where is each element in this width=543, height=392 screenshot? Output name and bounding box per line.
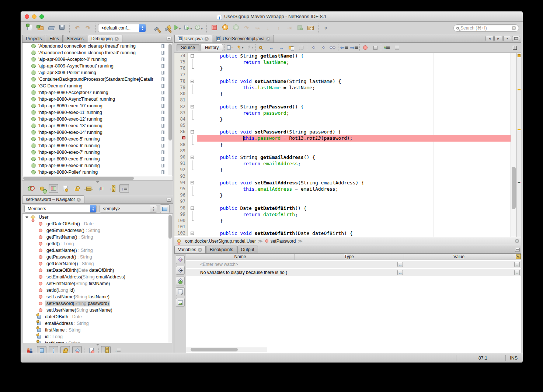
- line-number[interactable]: 102: [174, 230, 188, 236]
- fold-collapse-icon[interactable]: [191, 80, 194, 83]
- editor-tab-userserviceimpl-java[interactable]: UserServiceImpl.java✕: [213, 35, 274, 42]
- fold-margin[interactable]: [188, 104, 197, 110]
- thread-row[interactable]: 'http-apr-8080-exec-10' running: [22, 103, 173, 109]
- thread-row[interactable]: 'GC Daemon' running: [22, 83, 173, 89]
- fold-margin[interactable]: [188, 97, 197, 103]
- navigator-tab[interactable]: setPassword – Navigator ✕: [22, 195, 84, 203]
- pause-thread-icon[interactable]: [161, 131, 164, 134]
- minimize-panel-icon[interactable]: [515, 248, 520, 252]
- line-number[interactable]: 99: [174, 211, 188, 218]
- minimize-panel-icon[interactable]: [167, 198, 171, 202]
- pause-thread-icon[interactable]: [161, 44, 164, 48]
- variables-hscrollbar[interactable]: [186, 347, 521, 352]
- profile-project-button[interactable]: ▾: [194, 23, 204, 33]
- fold-collapse-icon[interactable]: [191, 181, 194, 184]
- show-deadlocks-button[interactable]: [25, 184, 35, 193]
- line-number[interactable]: 82: [174, 104, 188, 110]
- watch-name[interactable]: <Enter new watch>: [186, 262, 238, 267]
- member-item[interactable]: getDateOfBirth() : Date: [22, 221, 173, 227]
- toolbar-overflow-button[interactable]: »: [321, 23, 331, 33]
- save-all-button[interactable]: [57, 23, 67, 33]
- next-usage-button[interactable]: ↓: [318, 44, 327, 52]
- member-item[interactable]: setPassword(String password): [22, 300, 173, 307]
- pause-thread-icon[interactable]: [161, 111, 164, 114]
- show-system-threads-button[interactable]: [37, 184, 46, 193]
- new-project-button[interactable]: [35, 23, 45, 33]
- finish-debugger-session-button[interactable]: [209, 23, 219, 33]
- fold-margin[interactable]: [188, 59, 197, 65]
- warnings-indicator[interactable]: [518, 54, 521, 57]
- close-icon[interactable]: ✕: [198, 248, 202, 252]
- fold-margin[interactable]: [188, 142, 197, 148]
- fold-margin[interactable]: [188, 129, 197, 135]
- member-item[interactable]: getId() : Long: [22, 240, 173, 247]
- search-input[interactable]: Search (⌘+I)✕: [453, 24, 519, 32]
- fold-collapse-icon[interactable]: [191, 105, 194, 108]
- close-icon[interactable]: ✕: [515, 239, 519, 243]
- pause-thread-icon[interactable]: [161, 77, 164, 81]
- pause-thread-icon[interactable]: [161, 91, 164, 94]
- thread-row[interactable]: 'http-apr-8080-exec-6' running: [22, 142, 173, 149]
- thread-row[interactable]: 'ajp-apr-8009-Poller' running: [22, 69, 173, 76]
- find-next-occurrence-button[interactable]: →: [277, 44, 286, 52]
- shift-line-left-button[interactable]: ⇐: [340, 44, 348, 52]
- show-evaluation-result-button[interactable]: [176, 255, 185, 264]
- fold-margin[interactable]: [188, 167, 197, 173]
- title-bar[interactable]: jUserSignup Maven Webapp - NetBeans IDE …: [21, 11, 523, 22]
- expander-icon[interactable]: [25, 216, 28, 218]
- new-watch-button[interactable]: [176, 277, 185, 285]
- line-number[interactable]: 94: [174, 180, 188, 186]
- fold-margin[interactable]: [188, 91, 197, 97]
- editor-tab-user-java[interactable]: User.java✕: [174, 35, 212, 42]
- apply-code-changes-button[interactable]: [295, 23, 305, 33]
- close-icon[interactable]: ✕: [266, 37, 270, 41]
- scroll-tabs-right-button[interactable]: ▶: [494, 36, 502, 41]
- thread-row[interactable]: 'http-apr-8080-exec-13' running: [22, 122, 173, 129]
- breakpoint-icon[interactable]: [182, 136, 185, 139]
- continue-button[interactable]: [231, 23, 241, 33]
- stop-macro-recording-button[interactable]: [371, 44, 380, 52]
- sort-by-suspended-state-button[interactable]: ↓: [96, 184, 105, 193]
- show-watches-button[interactable]: [176, 266, 185, 275]
- code-editor[interactable]: 74 public String getLastName() {75 retur…: [174, 53, 511, 237]
- debug-project-button[interactable]: ▾: [183, 23, 193, 33]
- member-item[interactable]: setUserName(String userName): [22, 307, 173, 313]
- scroll-tabs-left-button[interactable]: ◀: [485, 36, 494, 41]
- member-item[interactable]: id : Long: [22, 333, 173, 340]
- fold-margin[interactable]: [188, 224, 197, 230]
- line-number[interactable]: 79: [174, 84, 188, 91]
- thread-row[interactable]: 'http-apr-8080-AsyncTimeout' running: [22, 96, 173, 103]
- clean-and-build-project-button[interactable]: [162, 23, 172, 33]
- fold-collapse-icon[interactable]: [191, 232, 194, 235]
- tab-projects[interactable]: Projects: [22, 35, 45, 42]
- close-icon[interactable]: ✕: [205, 37, 209, 41]
- close-window-button[interactable]: [25, 14, 29, 19]
- member-item[interactable]: setId(Long id): [22, 287, 173, 294]
- value-ellipsis-button[interactable]: ...: [514, 262, 520, 267]
- fold-margin[interactable]: [188, 160, 197, 167]
- tab-list-dropdown-button[interactable]: ▼: [503, 36, 511, 41]
- step-out-button[interactable]: ↑: [274, 23, 283, 33]
- thread-row[interactable]: 'http-apr-8080-exec-5' running: [22, 136, 173, 142]
- member-item[interactable]: getEmailAddress() : String: [22, 227, 173, 234]
- thread-row[interactable]: 'http-apr-8080-Poller' running: [22, 169, 173, 176]
- run-project-button[interactable]: ▾: [173, 23, 182, 33]
- member-root-row[interactable]: User: [22, 214, 173, 221]
- column-header-value[interactable]: Value: [404, 254, 514, 260]
- split-document-button[interactable]: [510, 44, 519, 52]
- close-icon[interactable]: ✕: [77, 198, 81, 202]
- minimize-window-button[interactable]: [32, 14, 36, 19]
- line-number[interactable]: 81: [174, 97, 188, 103]
- breakpoint-mark[interactable]: [518, 182, 521, 183]
- fold-margin[interactable]: [188, 122, 197, 129]
- line-number[interactable]: 97: [174, 198, 188, 205]
- close-icon[interactable]: ✕: [115, 37, 119, 41]
- type-ellipsis-button[interactable]: ...: [397, 262, 403, 267]
- pause-thread-icon[interactable]: [161, 157, 164, 161]
- pause-thread-icon[interactable]: [161, 170, 164, 174]
- shift-line-right-button[interactable]: ⇒: [349, 44, 358, 52]
- tab-variables[interactable]: Variables✕: [174, 246, 206, 253]
- value-ellipsis-button[interactable]: ...: [514, 270, 520, 275]
- warning-mark[interactable]: [518, 89, 521, 90]
- thread-row[interactable]: 'ContainerBackgroundProcessor[StandardEn…: [22, 76, 173, 83]
